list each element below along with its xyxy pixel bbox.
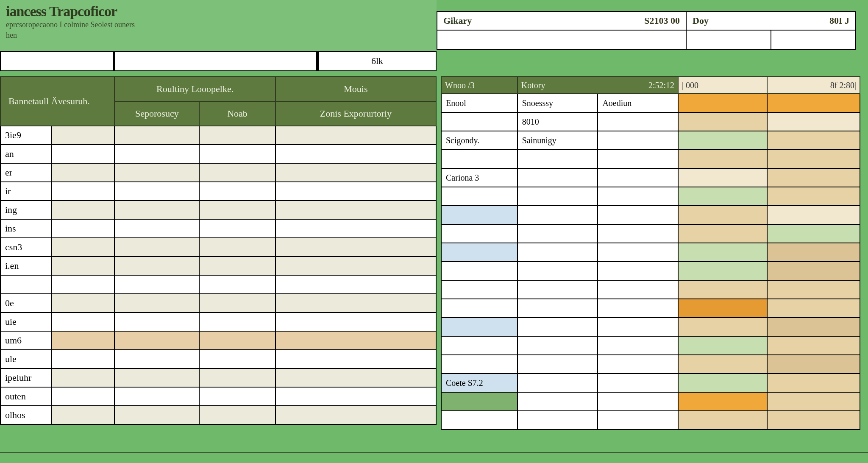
left-cell[interactable]	[199, 368, 275, 387]
strip-cell-b[interactable]	[114, 51, 318, 71]
right-cell[interactable]	[598, 112, 678, 131]
right-cell[interactable]	[441, 150, 517, 168]
left-cell[interactable]	[275, 294, 436, 312]
right-cell[interactable]	[441, 299, 517, 318]
left-cell[interactable]	[114, 201, 199, 219]
right-cell[interactable]	[441, 262, 517, 280]
left-cell[interactable]	[199, 331, 275, 350]
right-cell[interactable]	[678, 280, 767, 299]
right-cell[interactable]	[678, 131, 767, 150]
left-cell[interactable]	[51, 182, 115, 201]
left-cell[interactable]	[199, 406, 275, 424]
right-cell[interactable]: Coete S7.2	[441, 374, 517, 392]
right-cell[interactable]	[598, 280, 678, 299]
right-cell[interactable]	[678, 206, 767, 224]
right-cell[interactable]: 8010	[517, 112, 598, 131]
right-cell[interactable]	[678, 355, 767, 374]
left-cell[interactable]	[275, 312, 436, 331]
left-row-label[interactable]: an	[0, 145, 51, 163]
right-cell[interactable]	[441, 392, 517, 411]
left-cell[interactable]	[114, 275, 199, 294]
left-cell[interactable]	[51, 350, 115, 368]
left-cell[interactable]	[275, 350, 436, 368]
right-cell[interactable]	[517, 168, 598, 187]
left-cell[interactable]	[51, 387, 115, 406]
right-cell[interactable]	[517, 355, 598, 374]
right-cell[interactable]	[678, 112, 767, 131]
left-cell[interactable]	[275, 201, 436, 219]
right-cell[interactable]	[678, 187, 767, 206]
left-cell[interactable]	[275, 145, 436, 163]
left-cell[interactable]	[114, 145, 199, 163]
left-cell[interactable]	[114, 257, 199, 275]
left-row-label[interactable]: i.en	[0, 257, 51, 275]
left-cell[interactable]	[114, 406, 199, 424]
left-cell[interactable]	[51, 406, 115, 424]
right-cell[interactable]	[767, 374, 860, 392]
right-cell[interactable]: Snoesssy	[517, 94, 598, 112]
left-cell[interactable]	[199, 201, 275, 219]
right-cell[interactable]	[767, 224, 860, 243]
right-cell[interactable]	[767, 206, 860, 224]
left-cell[interactable]	[51, 312, 115, 331]
right-cell[interactable]	[441, 243, 517, 262]
left-cell[interactable]	[114, 368, 199, 387]
right-cell[interactable]	[767, 411, 860, 430]
right-cell[interactable]	[767, 336, 860, 355]
right-cell[interactable]	[517, 206, 598, 224]
summary-empty-2[interactable]	[771, 31, 856, 50]
right-cell[interactable]	[767, 299, 860, 318]
right-cell[interactable]	[517, 262, 598, 280]
left-cell[interactable]	[51, 145, 115, 163]
right-cell[interactable]	[598, 262, 678, 280]
right-cell[interactable]	[598, 299, 678, 318]
left-cell[interactable]	[114, 387, 199, 406]
right-cell[interactable]	[767, 131, 860, 150]
right-cell[interactable]	[678, 262, 767, 280]
left-cell[interactable]	[51, 126, 115, 145]
left-cell[interactable]	[275, 182, 436, 201]
right-cell[interactable]	[517, 150, 598, 168]
left-cell[interactable]	[199, 145, 275, 163]
left-cell[interactable]	[114, 238, 199, 257]
right-cell[interactable]	[441, 112, 517, 131]
left-cell[interactable]	[199, 387, 275, 406]
right-cell[interactable]	[598, 224, 678, 243]
right-cell[interactable]	[517, 392, 598, 411]
left-row-label[interactable]	[0, 275, 51, 294]
right-cell[interactable]	[517, 187, 598, 206]
left-cell[interactable]	[199, 312, 275, 331]
left-row-label[interactable]: er	[0, 163, 51, 182]
right-cell[interactable]	[441, 206, 517, 224]
right-cell[interactable]	[678, 318, 767, 336]
right-cell[interactable]	[598, 131, 678, 150]
right-cell[interactable]	[678, 299, 767, 318]
right-cell[interactable]	[767, 168, 860, 187]
right-cell[interactable]	[767, 262, 860, 280]
right-cell[interactable]	[517, 318, 598, 336]
right-cell[interactable]	[517, 224, 598, 243]
left-cell[interactable]	[51, 238, 115, 257]
left-cell[interactable]	[199, 275, 275, 294]
summary-empty-1[interactable]	[687, 31, 771, 50]
right-cell[interactable]	[678, 374, 767, 392]
summary-empty-0[interactable]	[437, 31, 687, 50]
right-cell[interactable]	[767, 187, 860, 206]
right-cell[interactable]	[441, 224, 517, 243]
left-cell[interactable]	[51, 163, 115, 182]
left-cell[interactable]	[199, 294, 275, 312]
left-cell[interactable]	[51, 257, 115, 275]
right-cell[interactable]: Cariona 3	[441, 168, 517, 187]
right-cell[interactable]	[517, 299, 598, 318]
left-row-label[interactable]: ing	[0, 201, 51, 219]
right-cell[interactable]	[678, 411, 767, 430]
right-cell[interactable]	[441, 318, 517, 336]
right-cell[interactable]	[678, 336, 767, 355]
right-cell[interactable]	[678, 150, 767, 168]
left-cell[interactable]	[51, 201, 115, 219]
left-row-label[interactable]: um6	[0, 331, 51, 350]
right-cell[interactable]: Enool	[441, 94, 517, 112]
strip-cell-a[interactable]	[0, 51, 114, 71]
left-row-label[interactable]: ins	[0, 219, 51, 238]
left-row-label[interactable]: outen	[0, 387, 51, 406]
